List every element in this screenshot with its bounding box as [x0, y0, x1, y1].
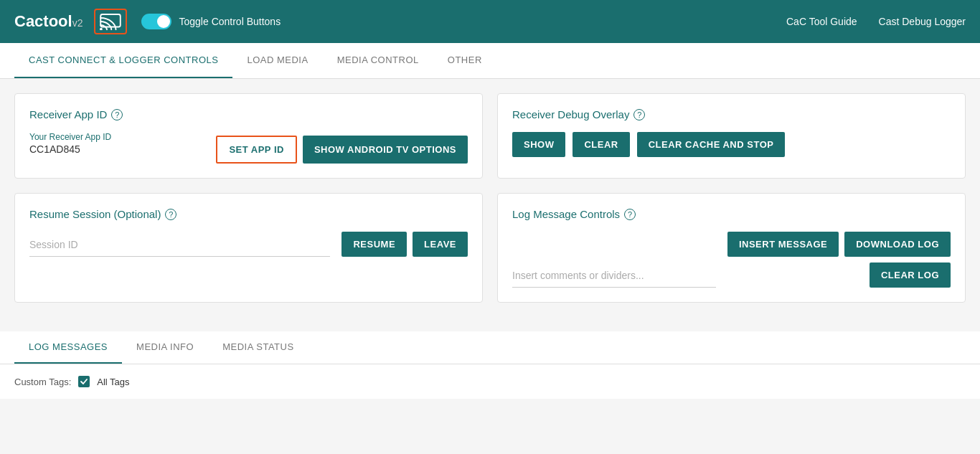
receiver-debug-overlay-card: Receiver Debug Overlay ? SHOW CLEAR CLEA… — [497, 93, 966, 179]
resume-session-card: Resume Session (Optional) ? RESUME LEAVE — [14, 193, 483, 303]
session-id-input[interactable] — [29, 233, 330, 257]
show-debug-overlay-button[interactable]: SHOW — [512, 132, 565, 157]
all-tags-label: All Tags — [97, 377, 129, 387]
all-tags-checkbox[interactable] — [78, 376, 90, 387]
custom-tags-bar: Custom Tags: All Tags — [0, 364, 980, 399]
main-content: Receiver App ID ? Your Receiver App ID C… — [0, 79, 980, 331]
receiver-app-id-input-label: Your Receiver App ID — [29, 132, 204, 142]
log-comment-input-area — [512, 264, 716, 288]
log-message-controls-title: Log Message Controls ? — [512, 208, 951, 220]
receiver-app-id-card: Receiver App ID ? Your Receiver App ID C… — [14, 93, 483, 179]
nav-cac-tool-guide[interactable]: CaC Tool Guide — [786, 16, 857, 27]
logo-text: Cactoolv2 — [14, 12, 83, 31]
checkmark-icon — [80, 377, 88, 386]
logo-area: Cactoolv2 — [14, 9, 127, 34]
log-comment-input[interactable] — [512, 264, 716, 288]
session-id-input-area — [29, 233, 330, 257]
bottom-cards-row: Resume Session (Optional) ? RESUME LEAVE… — [14, 193, 966, 303]
toggle-section: Toggle Control Buttons — [141, 14, 281, 29]
receiver-app-id-help-icon[interactable]: ? — [111, 109, 123, 120]
receiver-debug-overlay-buttons: SHOW CLEAR CLEAR CACHE AND STOP — [512, 132, 951, 157]
log-message-controls-body: INSERT MESSAGE DOWNLOAD LOG CLEAR LOG — [512, 232, 951, 288]
receiver-debug-overlay-title: Receiver Debug Overlay ? — [512, 108, 951, 120]
log-message-controls-help-icon[interactable]: ? — [624, 209, 636, 220]
tab-media-status[interactable]: MEDIA STATUS — [208, 331, 308, 364]
tab-media-control[interactable]: MEDIA CONTROL — [323, 43, 433, 78]
logo-version: v2 — [72, 17, 83, 29]
receiver-app-id-input-area: Your Receiver App ID CC1AD845 — [29, 132, 204, 164]
svg-point-1 — [100, 28, 103, 30]
bottom-tab-bar: LOG MESSAGES MEDIA INFO MEDIA STATUS — [0, 331, 980, 364]
set-app-id-button[interactable]: SET APP ID — [216, 136, 297, 164]
resume-session-title: Resume Session (Optional) ? — [29, 208, 468, 220]
insert-message-button[interactable]: INSERT MESSAGE — [727, 232, 839, 257]
tab-load-media[interactable]: LOAD MEDIA — [232, 43, 322, 78]
receiver-app-id-value: CC1AD845 — [29, 143, 204, 155]
receiver-app-id-buttons: SET APP ID SHOW ANDROID TV OPTIONS — [216, 136, 468, 164]
resume-button[interactable]: RESUME — [341, 232, 407, 257]
toggle-label: Toggle Control Buttons — [179, 16, 281, 27]
log-message-controls-card: Log Message Controls ? INSERT MESSAGE DO… — [497, 193, 966, 303]
cast-icon-box[interactable] — [94, 9, 127, 34]
receiver-debug-overlay-help-icon[interactable]: ? — [633, 109, 645, 120]
tab-media-info[interactable]: MEDIA INFO — [122, 331, 208, 364]
custom-tags-label: Custom Tags: — [14, 377, 71, 387]
top-cards-row: Receiver App ID ? Your Receiver App ID C… — [14, 93, 966, 179]
cast-icon — [100, 13, 121, 30]
log-top-buttons: INSERT MESSAGE DOWNLOAD LOG — [727, 232, 951, 257]
toggle-knob — [157, 15, 170, 28]
app-header: Cactoolv2 Toggle Control Buttons CaC Too… — [0, 0, 980, 43]
main-tab-bar: CAST CONNECT & LOGGER CONTROLS LOAD MEDI… — [0, 43, 980, 79]
clear-cache-and-stop-button[interactable]: CLEAR CACHE AND STOP — [637, 132, 786, 157]
log-message-buttons: INSERT MESSAGE DOWNLOAD LOG CLEAR LOG — [727, 232, 951, 288]
resume-session-help-icon[interactable]: ? — [165, 209, 176, 220]
show-android-tv-options-button[interactable]: SHOW ANDROID TV OPTIONS — [303, 136, 468, 164]
log-bottom-buttons: CLEAR LOG — [870, 263, 951, 288]
header-nav: CaC Tool Guide Cast Debug Logger — [786, 16, 966, 27]
tab-cast-connect-logger[interactable]: CAST CONNECT & LOGGER CONTROLS — [14, 43, 232, 78]
nav-cast-debug-logger[interactable]: Cast Debug Logger — [879, 16, 966, 27]
download-log-button[interactable]: DOWNLOAD LOG — [844, 232, 951, 257]
receiver-app-id-body: Your Receiver App ID CC1AD845 SET APP ID… — [29, 132, 468, 164]
resume-session-body: RESUME LEAVE — [29, 232, 468, 257]
leave-button[interactable]: LEAVE — [413, 232, 468, 257]
toggle-control-buttons[interactable] — [141, 14, 171, 29]
tab-log-messages[interactable]: LOG MESSAGES — [14, 331, 122, 364]
clear-debug-overlay-button[interactable]: CLEAR — [573, 132, 629, 157]
clear-log-button[interactable]: CLEAR LOG — [870, 263, 951, 288]
resume-session-buttons: RESUME LEAVE — [341, 232, 468, 257]
tab-other[interactable]: OTHER — [433, 43, 496, 78]
receiver-app-id-title: Receiver App ID ? — [29, 108, 468, 120]
